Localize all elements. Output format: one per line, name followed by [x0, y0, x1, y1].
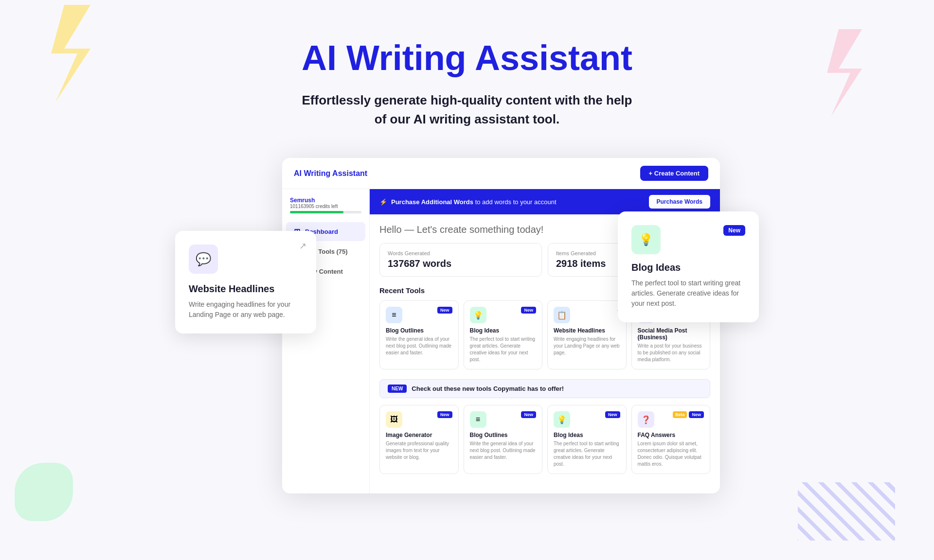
tool-card-header: ≡ New: [386, 307, 452, 323]
tool-icon: 💡: [470, 307, 486, 323]
tool-name: FAQ Answers: [638, 432, 704, 438]
float-card-right-title: Blog Ideas: [631, 262, 745, 273]
tool-card[interactable]: ≡ New Blog Outlines Write the general id…: [464, 405, 543, 474]
create-content-button[interactable]: + Create Content: [640, 166, 708, 181]
hello-sub: — Let's create something today!: [404, 224, 543, 235]
hero-section: AI Writing Assistant Effortlessly genera…: [0, 0, 934, 158]
float-card-left-icon: 💬: [189, 245, 218, 274]
badge-new: New: [437, 307, 452, 314]
tool-desc: Write engaging headlines for your Landin…: [554, 336, 620, 356]
tool-name: Image Generator: [386, 432, 452, 438]
stat-words-value: 137687 words: [388, 258, 534, 269]
bulb-icon: 💡: [639, 233, 653, 246]
badges-row: New: [605, 411, 620, 418]
tool-name: Blog Outlines: [470, 432, 537, 438]
app-header: AI Writing Assistant + Create Content: [282, 158, 720, 189]
badges-row: New: [521, 411, 536, 418]
lightning-icon: ⚡: [379, 198, 387, 206]
chat-icon: 💬: [196, 252, 211, 267]
purchase-banner-text: ⚡ Purchase Additional Words to add words…: [379, 198, 557, 206]
float-card-badge-new: New: [723, 225, 745, 236]
tool-name: Blog Ideas: [470, 327, 537, 334]
hello-label: Hello: [379, 224, 402, 235]
app-wrapper: ↗ 💬 Website Headlines Write engaging hea…: [0, 158, 934, 493]
tool-card-header: 📋: [554, 307, 620, 323]
tool-card[interactable]: ❓ Beta New FAQ Answers Lorem ipsum dolor…: [631, 405, 711, 474]
credit-bar-fill: [290, 211, 343, 213]
badges-row: New: [437, 411, 452, 418]
tool-icon: ≡: [386, 307, 402, 323]
float-card-right-header: 💡 New: [631, 225, 745, 254]
purchase-text-normal: to add words to your account: [473, 198, 557, 206]
tool-card-header: 💡 New: [470, 307, 537, 323]
credit-amount: 101163905 credits left: [290, 204, 361, 209]
badges-row: New: [521, 307, 536, 314]
badge-new: New: [605, 411, 620, 418]
tool-icon: ≡: [470, 411, 486, 428]
tool-desc: Generate professional quality images fro…: [386, 440, 452, 461]
float-card-right-icon: 💡: [631, 225, 661, 254]
tool-card-header: ≡ New: [470, 411, 537, 428]
sidebar-credit: Semrush 101163905 credits left: [282, 197, 369, 221]
tool-card-header: ❓ Beta New: [638, 411, 704, 428]
tool-card[interactable]: 💡 New Blog Ideas The perfect tool to sta…: [464, 300, 543, 369]
new-tools-grid: 🖼 New Image Generator Generate professio…: [379, 405, 710, 474]
tool-desc: Lorem ipsum dolor sit amet, consectetuer…: [638, 440, 704, 468]
hero-subtitle: Effortlessly generate high-quality conte…: [297, 91, 637, 129]
badge-new: New: [689, 411, 704, 418]
tool-icon: 📋: [554, 307, 570, 323]
credit-user: Semrush: [290, 197, 361, 204]
badge-new: New: [521, 307, 536, 314]
tool-desc: Write the general idea of your next blog…: [386, 336, 452, 356]
credit-bar-bg: [290, 211, 361, 213]
tool-icon: 🖼: [386, 411, 402, 428]
page-title: AI Writing Assistant: [10, 39, 924, 77]
tool-name: Blog Ideas: [554, 432, 620, 438]
purchase-banner: ⚡ Purchase Additional Words to add words…: [370, 189, 720, 214]
tool-name: Website Headlines: [554, 327, 620, 334]
badge-new: New: [437, 411, 452, 418]
tool-card[interactable]: 📋 ↗ Website Headlines Write engaging hea…: [547, 300, 627, 369]
badges-row: Beta New: [673, 411, 704, 418]
float-card-blog-ideas: 💡 New Blog Ideas The perfect tool to sta…: [618, 211, 759, 322]
app-brand: AI Writing Assistant: [294, 169, 367, 178]
arrow-icon: ↗: [299, 241, 306, 251]
brand-light: Assistant: [330, 169, 367, 177]
purchase-text-bold: Purchase Additional Words: [391, 198, 473, 206]
tool-card-header: 🖼 New: [386, 411, 452, 428]
tool-name: Social Media Post (Business): [638, 327, 704, 341]
float-card-website-headlines: ↗ 💬 Website Headlines Write engaging hea…: [175, 231, 316, 333]
tool-name: Blog Outlines: [386, 327, 452, 334]
tool-desc: The perfect tool to start writing great …: [554, 440, 620, 468]
badges-row: New: [437, 307, 452, 314]
tool-desc: The perfect tool to start writing great …: [470, 336, 537, 363]
badge-beta: Beta: [673, 411, 687, 418]
brand-bold: AI Writing: [294, 169, 330, 177]
purchase-words-button[interactable]: Purchase Words: [649, 195, 710, 209]
float-card-left-desc: Write engaging headlines for your Landin…: [189, 299, 303, 320]
float-card-left-title: Website Headlines: [189, 283, 303, 295]
float-card-right-desc: The perfect tool to start writing great …: [631, 278, 745, 309]
tool-icon: 💡: [554, 411, 570, 428]
tool-card-header: 💡 New: [554, 411, 620, 428]
stat-words-label: Words Generated: [388, 250, 534, 256]
tool-card[interactable]: 🖼 New Image Generator Generate professio…: [379, 405, 459, 474]
new-tools-badge: NEW: [388, 385, 407, 393]
tool-icon: ❓: [638, 411, 654, 428]
new-tools-banner: NEW Check out these new tools Copymatic …: [379, 379, 710, 398]
tool-card[interactable]: 💡 New Blog Ideas The perfect tool to sta…: [547, 405, 627, 474]
app-window: AI Writing Assistant + Create Content Se…: [282, 158, 720, 493]
tool-desc: Write a post for your business to be pub…: [638, 343, 704, 363]
badge-new: New: [521, 411, 536, 418]
tool-desc: Write the general idea of your next blog…: [470, 440, 537, 461]
new-tools-text: Check out these new tools Copymatic has …: [412, 385, 564, 392]
stat-words-generated: Words Generated 137687 words: [379, 243, 542, 277]
tool-card[interactable]: ≡ New Blog Outlines Write the general id…: [379, 300, 459, 369]
